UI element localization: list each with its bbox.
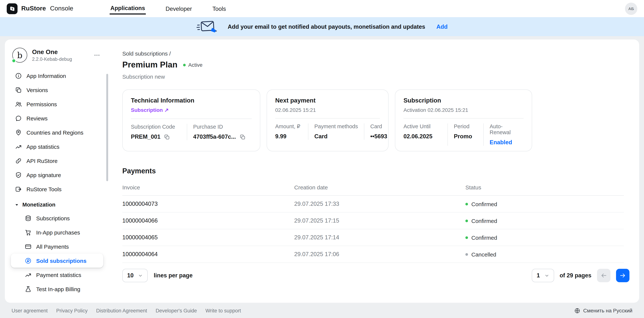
sidebar-section-monetization[interactable]: Monetization (11, 196, 103, 211)
trending-up-icon (14, 143, 22, 150)
brand[interactable]: RuStore Console (7, 3, 110, 14)
page-size-select[interactable]: 10 (122, 269, 148, 282)
sidebar-item-all-payments[interactable]: All Payments (11, 239, 103, 254)
sidebar-item-subscriptions[interactable]: Subscriptions (11, 211, 103, 225)
sidebar-item-sold-subscriptions[interactable]: Sold subscriptions (11, 254, 103, 268)
language-switcher[interactable]: Сменить на Русский (574, 308, 632, 314)
page-value: 1 (536, 272, 540, 279)
field-value: ••5693 (370, 133, 387, 140)
subscription-link-label: Subscription (131, 107, 163, 113)
overflow-menu-icon[interactable] (92, 50, 102, 60)
brand-suffix: Console (50, 5, 73, 12)
email-notification-banner: Add your email to get notified about pay… (0, 17, 644, 36)
sidebar-item-label: Subscriptions (36, 215, 70, 221)
sidebar-item-label: In-App purchases (36, 229, 80, 236)
payments-table: Invoice Creation date Status 10000004073… (122, 181, 624, 263)
sidebar-item-label: Test In-app Billing (36, 286, 80, 292)
nav-tab-applications[interactable]: Applications (110, 2, 146, 14)
sidebar-scrollbar[interactable] (106, 74, 108, 181)
content-area: b One One 2.2.0-Kebab-debug App Informat… (0, 36, 644, 318)
sidebar-item-versions[interactable]: Versions (11, 83, 103, 97)
sidebar-item-label: Countries and Regions (26, 129, 83, 136)
app-version: 2.2.0-Kebab-debug (32, 57, 72, 62)
footer-link-write-to-support[interactable]: Write to support (206, 308, 241, 313)
sidebar-item-app-information[interactable]: App Information (11, 68, 103, 83)
breadcrumb-separator: / (169, 50, 171, 57)
sidebar-item-label: App Information (26, 72, 66, 79)
flask-icon (24, 285, 32, 293)
rustore-logo-icon (7, 3, 18, 14)
cell-invoice: 10000004064 (122, 251, 294, 258)
sidebar-item-countries-regions[interactable]: Countries and Regions (11, 125, 103, 140)
info-cards: Technical Information Subscription ↗ Sub… (122, 90, 639, 151)
nav-tab-developer[interactable]: Developer (165, 3, 192, 14)
banner-add-link[interactable]: Add (436, 23, 448, 30)
tools-icon (14, 185, 22, 193)
column-creation-date: Creation date (294, 184, 466, 190)
field-subscription-code: Subscription Code PREM_001 (131, 124, 187, 140)
breadcrumb[interactable]: Sold subscriptions / (122, 50, 639, 57)
table-row[interactable]: 10000004073 29.07.2025 17:33 Confirmed (122, 196, 624, 212)
copy-icon[interactable] (239, 134, 246, 140)
rustore-console-app: RuStore Console Applications Developer T… (0, 0, 644, 318)
location-pin-icon (14, 128, 22, 136)
card-title: Technical Information (131, 97, 252, 104)
language-switcher-label: Сменить на Русский (583, 308, 632, 314)
page-size-label: lines per page (154, 272, 192, 279)
field-payment-methods: Payment methods Card (308, 124, 364, 140)
table-row[interactable]: 10000004064 29.07.2025 17:06 Cancelled (122, 246, 624, 263)
next-page-button[interactable] (616, 269, 630, 282)
nav-tab-tools[interactable]: Tools (212, 3, 226, 14)
breadcrumb-label[interactable]: Sold subscriptions (122, 50, 168, 57)
field-amount: Amount, ₽ 9.99 (275, 124, 308, 140)
field-value: Promo (454, 133, 472, 140)
page-title: Premium Plan (122, 60, 178, 70)
subscription-link[interactable]: Subscription ↗ (131, 107, 169, 113)
sidebar-item-reviews[interactable]: Reviews (11, 111, 103, 125)
sidebar-item-label: Payment statistics (36, 272, 81, 278)
table-row[interactable]: 10000004066 29.07.2025 17:15 Confirmed (122, 212, 624, 229)
previous-page-button[interactable] (597, 269, 610, 282)
sidebar-item-app-statistics[interactable]: App statistics (11, 140, 103, 154)
card-title: Next payment (275, 97, 380, 104)
app-panel: b One One 2.2.0-Kebab-debug App Informat… (5, 40, 639, 303)
user-avatar[interactable]: АБ (625, 2, 637, 15)
sidebar-item-in-app-purchases[interactable]: In-App purchases (11, 225, 103, 239)
sidebar-item-permissions[interactable]: Permissions (11, 97, 103, 111)
copy-icon[interactable] (164, 134, 170, 140)
footer-link-privacy-policy[interactable]: Privacy Policy (56, 308, 88, 313)
payments-heading: Payments (122, 167, 639, 175)
table-row[interactable]: 10000004065 29.07.2025 17:14 Confirmed (122, 229, 624, 246)
sidebar-item-app-signature[interactable]: App signature (11, 168, 103, 182)
card-fields: Subscription Code PREM_001 Purchase ID 4… (131, 118, 252, 140)
footer-link-distribution-agreement[interactable]: Distribution Agreement (96, 308, 147, 313)
field-label: Subscription Code (131, 124, 182, 130)
sidebar-item-rustore-tools[interactable]: RuStore Tools (11, 182, 103, 196)
brand-name: RuStore (21, 5, 46, 12)
sidebar-item-api-rustore[interactable]: API RuStore (11, 154, 103, 168)
page-subtitle: Subscription new (122, 74, 639, 80)
monetization-items: Subscriptions In-App purchases All Payme… (11, 211, 103, 296)
status-badge: Active (183, 62, 202, 68)
stack-icon (24, 214, 32, 222)
field-label: Amount, ₽ (275, 124, 303, 129)
cell-status: Confirmed (466, 201, 624, 207)
column-status: Status (466, 184, 624, 190)
ruble-circle-icon (24, 257, 32, 264)
cell-date: 29.07.2025 17:14 (294, 234, 466, 241)
footer-link-developers-guide[interactable]: Developer's Guide (156, 308, 197, 313)
field-label: Auto-Renewal (490, 124, 518, 135)
section-label: Monetization (22, 202, 56, 208)
field-value: 4703ff5a-607c... (193, 134, 236, 140)
link-icon (14, 157, 22, 164)
page-select[interactable]: 1 (532, 269, 554, 282)
versions-icon (14, 86, 22, 94)
top-navbar: RuStore Console Applications Developer T… (0, 0, 644, 17)
sidebar-item-payment-statistics[interactable]: Payment statistics (11, 268, 103, 282)
app-logo: b (12, 48, 27, 63)
card-fields: Amount, ₽ 9.99 Payment methods Card Card… (275, 118, 380, 140)
sidebar-item-test-in-app-billing[interactable]: Test In-app Billing (11, 282, 103, 296)
footer-link-user-agreement[interactable]: User agreement (12, 308, 48, 313)
cell-date: 29.07.2025 17:06 (294, 251, 466, 258)
next-payment-card: Next payment 02.06.2025 15:21 Amount, ₽ … (266, 90, 388, 151)
